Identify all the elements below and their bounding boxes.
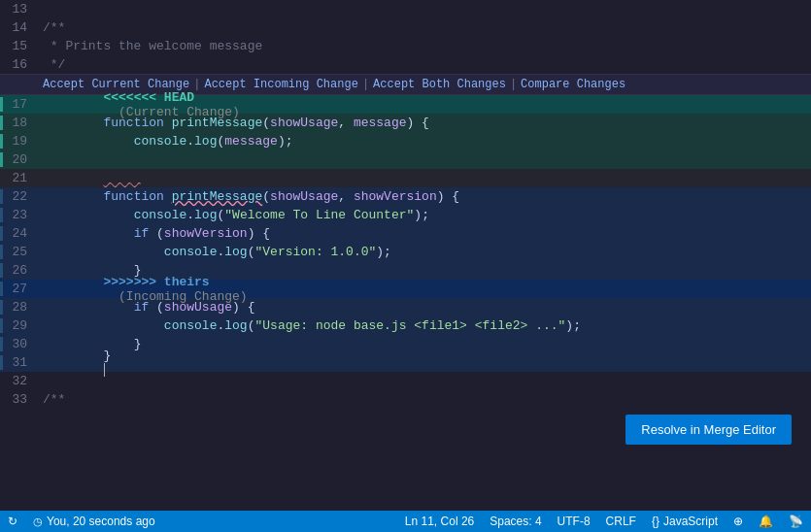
remote-icon: ⊕ xyxy=(733,515,743,528)
spaces-text: Spaces: 4 xyxy=(490,515,541,528)
line-number: 15 xyxy=(0,39,39,53)
line-number: 24 xyxy=(0,226,39,241)
broadcast-icon: 📡 xyxy=(789,515,803,528)
table-row: 14 /** xyxy=(0,18,811,37)
line-content: * Prints the welcome message xyxy=(39,39,811,53)
status-notifications[interactable]: 🔔 xyxy=(759,515,773,528)
editor-area: 13 14 /** 15 * Prints the welcome messag… xyxy=(0,0,811,495)
line-content: } xyxy=(39,334,811,392)
line-number: 29 xyxy=(0,318,39,333)
status-position: Ln 11, Col 26 xyxy=(405,515,474,528)
line-number: 19 xyxy=(0,134,39,149)
table-row: 19 console.log(message); xyxy=(0,132,811,150)
encoding-text: UTF-8 xyxy=(558,515,591,528)
git-info-text: You, 20 seconds ago xyxy=(47,515,155,528)
line-ending-text: CRLF xyxy=(606,515,636,528)
status-broadcast[interactable]: 📡 xyxy=(789,515,803,528)
table-row: 31 } xyxy=(0,353,811,372)
line-number: 21 xyxy=(0,171,39,185)
status-language[interactable]: {} JavaScript xyxy=(652,515,718,528)
position-text: Ln 11, Col 26 xyxy=(405,515,474,528)
line-number: 32 xyxy=(0,374,39,388)
line-number: 33 xyxy=(0,392,39,407)
table-row: 33 /** xyxy=(0,390,811,409)
status-sync[interactable]: ↻ xyxy=(8,515,17,528)
code-lines: 13 14 /** 15 * Prints the welcome messag… xyxy=(0,0,811,409)
line-number: 26 xyxy=(0,263,39,278)
table-row: 15 * Prints the welcome message xyxy=(0,37,811,55)
line-number: 14 xyxy=(0,20,39,35)
line-number: 28 xyxy=(0,300,39,315)
table-row: 16 */ xyxy=(0,55,811,74)
line-number: 20 xyxy=(0,152,39,167)
line-number: 17 xyxy=(0,97,39,112)
language-icon: {} xyxy=(652,515,659,528)
line-number: 25 xyxy=(0,245,39,259)
line-number: 13 xyxy=(0,2,39,17)
status-remote[interactable]: ⊕ xyxy=(733,515,743,528)
language-text: JavaScript xyxy=(663,515,718,528)
status-git-info: ◷ You, 20 seconds ago xyxy=(33,515,155,528)
status-encoding[interactable]: UTF-8 xyxy=(558,515,591,528)
line-content: */ xyxy=(39,57,811,72)
text-cursor xyxy=(104,363,105,377)
table-row: 13 xyxy=(0,0,811,18)
line-number: 27 xyxy=(0,282,39,296)
line-number: 16 xyxy=(0,57,39,72)
bell-icon: 🔔 xyxy=(759,515,773,528)
status-spaces[interactable]: Spaces: 4 xyxy=(490,515,541,528)
line-number: 31 xyxy=(0,355,39,370)
git-clock-icon: ◷ xyxy=(33,515,43,528)
line-number: 22 xyxy=(0,189,39,204)
status-line-ending[interactable]: CRLF xyxy=(606,515,636,528)
line-number: 18 xyxy=(0,116,39,130)
line-number: 23 xyxy=(0,208,39,222)
line-number: 30 xyxy=(0,337,39,351)
status-bar: ↻ ◷ You, 20 seconds ago Ln 11, Col 26 Sp… xyxy=(0,511,811,532)
resolve-merge-editor-button[interactable]: Resolve in Merge Editor xyxy=(625,415,792,445)
line-content: /** xyxy=(39,392,811,407)
line-content: /** xyxy=(39,20,811,35)
sync-icon: ↻ xyxy=(8,515,17,528)
